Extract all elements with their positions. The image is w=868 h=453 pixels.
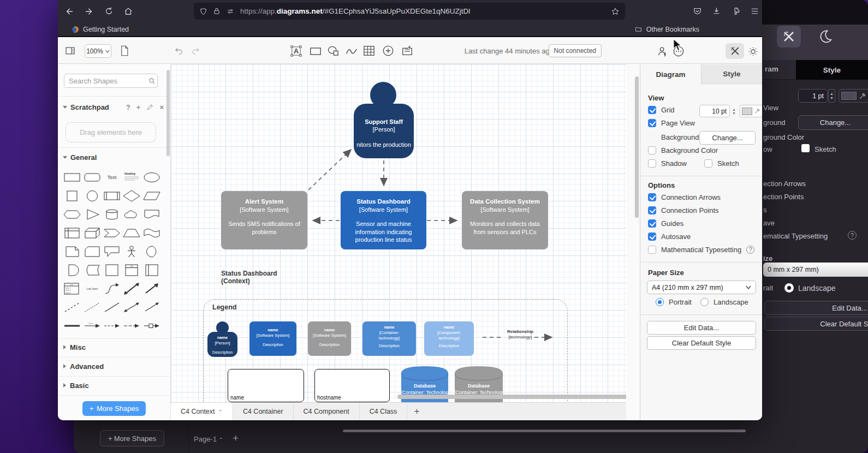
background-change-button[interactable]: Change... (699, 131, 756, 145)
shape-text[interactable]: Text (102, 168, 122, 187)
scratchpad-dropzone[interactable]: Drag elements here (66, 122, 156, 142)
grid-size-stepper[interactable]: ▲▼ (730, 105, 738, 117)
sketch-checkbox[interactable] (704, 159, 712, 168)
general-section-header[interactable]: General (58, 152, 170, 163)
grid-color-button[interactable] (740, 105, 762, 117)
theme-sun-icon[interactable] (747, 46, 759, 57)
background-landscape-radio[interactable] (784, 283, 794, 293)
shield-icon[interactable] (199, 7, 207, 16)
system-node-status-dashboard[interactable]: Status Dashboard [Software System] Senso… (341, 191, 426, 249)
shape-actor[interactable] (122, 242, 141, 261)
legend-external-system[interactable]: name [Software System] Description (308, 321, 351, 356)
shape-vertical-container[interactable] (142, 261, 162, 279)
shape-directional-connector[interactable] (142, 298, 162, 317)
extensions-puzzle-icon[interactable] (727, 3, 744, 20)
background-grid-size-field[interactable]: 1 pt (798, 89, 828, 103)
page-icon[interactable] (119, 45, 129, 57)
format-panel-scrollbar[interactable] (635, 76, 639, 218)
background-grid-stepper[interactable]: ▲▼ (828, 89, 835, 103)
shape-rectangle[interactable] (62, 168, 82, 187)
shape-container-title[interactable]: Title (122, 261, 141, 279)
redo-icon[interactable] (190, 46, 201, 56)
downloads-icon[interactable] (708, 3, 724, 20)
shape-cylinder[interactable] (102, 205, 122, 224)
shape-cube[interactable] (82, 224, 102, 242)
tab-c4-container[interactable]: C4 Container (233, 403, 294, 420)
background-tab-style[interactable]: Style (796, 60, 868, 80)
bookmark-getting-started[interactable]: Getting Started (83, 26, 129, 33)
shape-arrow-link[interactable]: Label (82, 317, 102, 335)
legend-node-name[interactable]: name (228, 369, 304, 402)
background-page-tab[interactable]: Page-1 ⌃ (194, 435, 223, 443)
shape-square[interactable] (62, 187, 82, 205)
dark-mode-moon-icon[interactable] (818, 29, 833, 44)
legend-person[interactable]: name [Person] Description (207, 332, 237, 357)
shape-heading[interactable]: Heading (122, 168, 141, 187)
forward-button[interactable] (81, 3, 97, 20)
shape-trapezoid[interactable] (122, 224, 141, 242)
connector-alert-to-person[interactable] (308, 150, 351, 190)
background-sketch-checkbox[interactable] (801, 144, 810, 152)
shape-container[interactable] (102, 261, 122, 279)
shape-curve[interactable] (102, 279, 122, 298)
search-shapes-input[interactable] (64, 74, 158, 88)
person-node-support-staff[interactable]: Support Staff [Person] nitors the produc… (354, 104, 414, 158)
undo-icon[interactable] (174, 46, 185, 56)
shape-parallelogram[interactable] (142, 187, 162, 205)
clear-default-style-button[interactable]: Clear Default Style (647, 336, 756, 350)
shape-data-storage[interactable] (82, 261, 102, 279)
zoom-dropdown[interactable]: 100% (85, 44, 111, 58)
background-edit-data-button[interactable]: Edit Data... (764, 301, 868, 315)
background-grid-color-button[interactable] (839, 89, 868, 103)
shape-and[interactable] (62, 261, 82, 279)
shape-diamond[interactable] (122, 187, 141, 205)
sketch-toggle-button[interactable] (726, 43, 744, 59)
shape-list-item[interactable]: List Item (82, 279, 102, 298)
shape-bidirectional-arrow[interactable] (122, 279, 141, 298)
canvas-horizontal-scrollbar[interactable] (397, 395, 626, 399)
background-change-button[interactable]: Change... (798, 115, 868, 130)
paper-size-select[interactable]: A4 (210 mm x 297 mm) (647, 281, 756, 294)
background-clear-style-button[interactable]: Clear Default Style (764, 317, 868, 331)
tab-c4-context[interactable]: C4 Context⌃ (171, 403, 233, 420)
insert-plus-icon[interactable] (382, 45, 394, 57)
shape-dashed-line[interactable] (62, 298, 82, 317)
not-connected-badge[interactable]: Not connected (549, 44, 602, 57)
sidebar-scrollbar[interactable] (167, 70, 170, 156)
tab-c4-class[interactable]: C4 Class (360, 403, 408, 420)
more-shapes-button[interactable]: + More Shapes (82, 401, 146, 416)
shape-tape[interactable] (142, 224, 162, 242)
reload-button[interactable] (100, 3, 117, 20)
menu-hamburger-icon[interactable] (746, 3, 762, 20)
url-bar[interactable]: https://app.diagrams.net/#G1ECphsaYiJ5sa… (194, 3, 625, 20)
permissions-icon[interactable] (226, 8, 235, 15)
math-typesetting-checkbox[interactable] (648, 246, 656, 254)
system-node-data-collection[interactable]: Data Collection System [Software System]… (462, 191, 548, 249)
shape-arrow[interactable] (142, 279, 162, 298)
help-icon[interactable]: ? (746, 246, 754, 254)
legend-container-item[interactable]: name [Container: technology] Description (362, 321, 416, 356)
bookmark-star-icon[interactable] (611, 7, 620, 16)
freehand-icon[interactable] (346, 47, 358, 56)
shape-dashed-arrow[interactable] (102, 317, 122, 335)
diagram-canvas[interactable]: Support Staff [Person] nitors the produc… (171, 64, 626, 402)
misc-section-header[interactable]: Misc (58, 342, 170, 353)
pocket-icon[interactable] (689, 3, 705, 20)
shape-connector-symbol[interactable] (142, 317, 162, 335)
background-add-page-button[interactable]: + (233, 432, 239, 444)
insert-shape-icon[interactable] (327, 45, 340, 57)
insert-text-icon[interactable]: A (290, 45, 302, 57)
edit-pencil-icon[interactable] (146, 104, 153, 111)
shape-circle[interactable] (82, 187, 102, 205)
shape-callout[interactable] (102, 242, 122, 261)
shape-bidirectional-connector[interactable] (122, 298, 141, 317)
background-more-shapes-button[interactable]: +More Shapes (100, 430, 164, 446)
lock-icon[interactable] (213, 7, 221, 15)
shadow-checkbox[interactable] (648, 159, 656, 168)
shape-note[interactable] (62, 242, 82, 261)
shape-list[interactable]: ListItem 1Item 2Item 3 (62, 279, 82, 298)
connection-points-checkbox[interactable] (648, 206, 656, 214)
legend-component-item[interactable]: name [Component: technology] Description (424, 321, 474, 356)
advanced-section-header[interactable]: Advanced (58, 361, 170, 372)
insert-table-icon[interactable] (363, 45, 375, 57)
